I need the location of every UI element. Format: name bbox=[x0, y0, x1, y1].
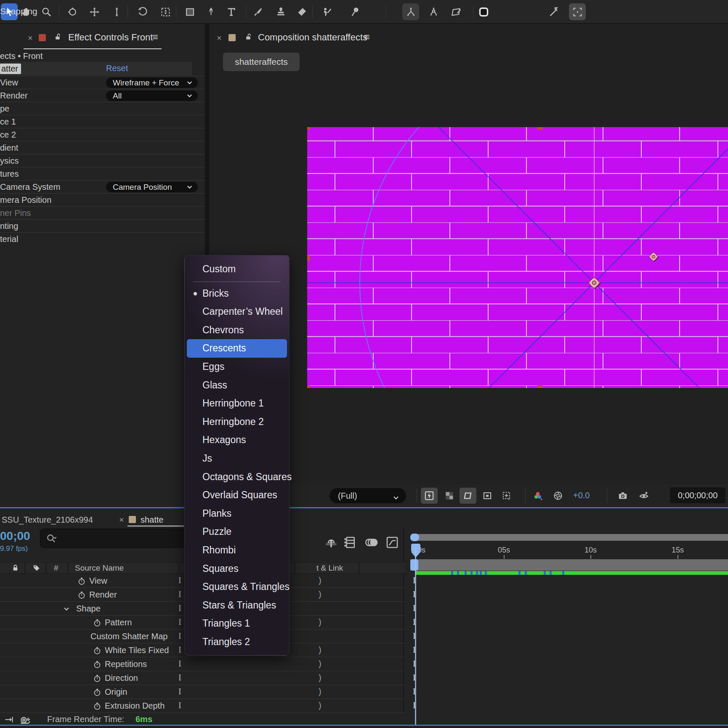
roto-brush-tool[interactable] bbox=[318, 3, 335, 20]
stopwatch-icon[interactable] bbox=[93, 646, 102, 655]
snapshot-camera-icon[interactable] bbox=[614, 488, 631, 504]
exposure-value[interactable]: +0.0 bbox=[573, 491, 590, 500]
layer-handle[interactable] bbox=[307, 127, 310, 130]
layer-handle[interactable] bbox=[537, 385, 543, 388]
menu-item[interactable]: Chevrons bbox=[185, 321, 289, 340]
property-dropdown[interactable]: Camera Position bbox=[106, 182, 198, 192]
grid-guides-button[interactable] bbox=[498, 488, 515, 504]
effect-property-row[interactable]: ce 1 bbox=[0, 115, 205, 128]
source-name-column-header[interactable]: Source Name bbox=[75, 563, 124, 573]
eraser-tool[interactable] bbox=[293, 3, 310, 20]
zoom-tool[interactable] bbox=[38, 3, 55, 20]
extend-boundaries-icon[interactable] bbox=[545, 3, 562, 20]
timeline-property-row[interactable]: Shape I I bbox=[0, 602, 728, 616]
effect-header-row[interactable]: atter Reset bbox=[0, 62, 192, 75]
magnification-dropdown[interactable]: (Full) bbox=[329, 488, 406, 503]
region-of-interest-button[interactable] bbox=[460, 488, 476, 504]
effect-property-row[interactable]: pe bbox=[0, 102, 205, 115]
composition-viewport[interactable] bbox=[307, 127, 728, 388]
current-timecode[interactable]: 00;00 bbox=[0, 529, 30, 543]
timeline-property-row[interactable]: White Tiles Fixed I ) I bbox=[0, 643, 728, 657]
effect-property-row[interactable]: Camera SystemCamera Position bbox=[0, 180, 205, 193]
mask-feather-focus-button[interactable] bbox=[569, 3, 586, 20]
local-axis-mode[interactable] bbox=[402, 3, 419, 20]
effect-property-row[interactable]: dient bbox=[0, 141, 205, 154]
panel-title[interactable]: Effect Controls Front bbox=[68, 32, 153, 43]
timeline-property-row[interactable]: Repetitions I ) I bbox=[0, 657, 728, 671]
timeline-scrollbar[interactable] bbox=[410, 534, 728, 541]
stopwatch-icon[interactable] bbox=[93, 618, 102, 627]
layer-handle[interactable] bbox=[537, 127, 543, 130]
menu-item[interactable]: Octagons & Squares bbox=[185, 468, 289, 486]
unlock-icon[interactable] bbox=[244, 32, 252, 41]
effect-property-row[interactable]: ce 2 bbox=[0, 128, 205, 141]
shatter-layer[interactable] bbox=[307, 127, 728, 388]
stopwatch-icon[interactable] bbox=[93, 674, 102, 683]
motion-blur-icon[interactable] bbox=[364, 535, 378, 550]
stopwatch-icon[interactable] bbox=[77, 577, 86, 586]
menu-item[interactable]: Puzzle bbox=[185, 523, 289, 541]
puppet-pin-tool[interactable] bbox=[347, 3, 364, 20]
layer-handle[interactable] bbox=[307, 255, 310, 261]
view-axis-mode[interactable] bbox=[448, 3, 465, 20]
menu-item[interactable]: Herringbone 2 bbox=[185, 413, 289, 431]
clone-stamp-tool[interactable] bbox=[272, 3, 289, 20]
scrollbar-handle[interactable] bbox=[410, 534, 419, 541]
effect-property-row[interactable]: tures bbox=[0, 167, 205, 180]
timeline-property-row[interactable]: Direction I ) I bbox=[0, 671, 728, 685]
channel-rgb-icon[interactable] bbox=[529, 488, 546, 504]
work-area-bar[interactable] bbox=[410, 559, 728, 571]
comp-close-icon[interactable]: × bbox=[217, 33, 222, 43]
menu-item-custom[interactable]: Custom bbox=[185, 260, 289, 279]
stopwatch-icon[interactable] bbox=[77, 590, 86, 600]
property-dropdown[interactable]: Wireframe + Force bbox=[106, 77, 198, 88]
menu-item[interactable]: Triangles 2 bbox=[185, 633, 289, 651]
brush-tool[interactable] bbox=[249, 3, 266, 20]
orbit-camera-tool[interactable] bbox=[64, 3, 81, 20]
column-divider[interactable] bbox=[45, 563, 46, 573]
chevron-down-icon[interactable] bbox=[62, 605, 71, 613]
parent-link-column-header[interactable]: t & Link bbox=[316, 563, 343, 573]
stopwatch-icon[interactable] bbox=[93, 660, 102, 669]
menu-item[interactable]: Hexagons bbox=[185, 431, 289, 449]
effect-property-row[interactable]: mera Position bbox=[0, 193, 205, 206]
effect-property-row[interactable]: ysics bbox=[0, 154, 205, 167]
effect-property-row[interactable]: ner Pins bbox=[0, 206, 205, 219]
rotation-tool[interactable] bbox=[133, 3, 150, 20]
effect-property-row[interactable]: RenderAll bbox=[0, 89, 205, 102]
menu-item[interactable]: Glass bbox=[185, 376, 289, 395]
live-update-icon[interactable] bbox=[3, 714, 14, 725]
menu-item[interactable]: Rhombi bbox=[185, 541, 289, 560]
effect-property-row[interactable]: nting bbox=[0, 219, 205, 232]
column-divider[interactable] bbox=[24, 563, 25, 573]
layer-handle[interactable] bbox=[307, 385, 310, 388]
effect-name-chip[interactable]: atter bbox=[0, 64, 21, 74]
menu-item[interactable]: Squares bbox=[185, 560, 289, 578]
comp-panel-title[interactable]: Composition shatteraffects bbox=[258, 32, 367, 43]
current-time-indicator-line[interactable] bbox=[415, 546, 416, 725]
tab-texture[interactable]: SSU_Texture_2106x994 bbox=[2, 515, 93, 525]
panel-close-icon[interactable]: × bbox=[28, 33, 33, 43]
column-divider[interactable] bbox=[359, 563, 359, 573]
timeline-property-row[interactable]: Extrusion Depth I ) I bbox=[0, 699, 728, 713]
menu-item[interactable]: Herringbone 1 bbox=[185, 394, 289, 413]
show-snapshot-eye-icon[interactable] bbox=[635, 488, 652, 504]
viewer-timecode[interactable]: 0;00;00;00 bbox=[670, 487, 725, 503]
panel-menu-icon[interactable]: ≡ bbox=[152, 31, 158, 43]
column-divider[interactable] bbox=[67, 563, 68, 573]
mask-visibility-button[interactable] bbox=[479, 488, 496, 504]
transparency-grid-button[interactable] bbox=[441, 488, 458, 504]
menu-item[interactable]: Carpenter’s Wheel bbox=[185, 303, 289, 321]
unlock-icon[interactable] bbox=[53, 32, 62, 41]
menu-item[interactable]: Eggs bbox=[185, 358, 289, 376]
column-divider[interactable] bbox=[295, 563, 295, 573]
graph-editor-icon[interactable] bbox=[385, 535, 399, 550]
property-dropdown[interactable]: All bbox=[106, 90, 198, 101]
menu-item[interactable]: Overlaid Squares bbox=[185, 486, 289, 505]
menu-item[interactable]: Triangles 1 bbox=[185, 614, 289, 633]
frame-blending-icon[interactable] bbox=[343, 535, 357, 550]
tab-composition[interactable]: shatte bbox=[141, 515, 163, 525]
dolly-camera-tool[interactable] bbox=[108, 3, 125, 20]
comp-name-button[interactable]: shatteraffects bbox=[223, 53, 300, 71]
shy-toggle-icon[interactable] bbox=[324, 535, 338, 550]
